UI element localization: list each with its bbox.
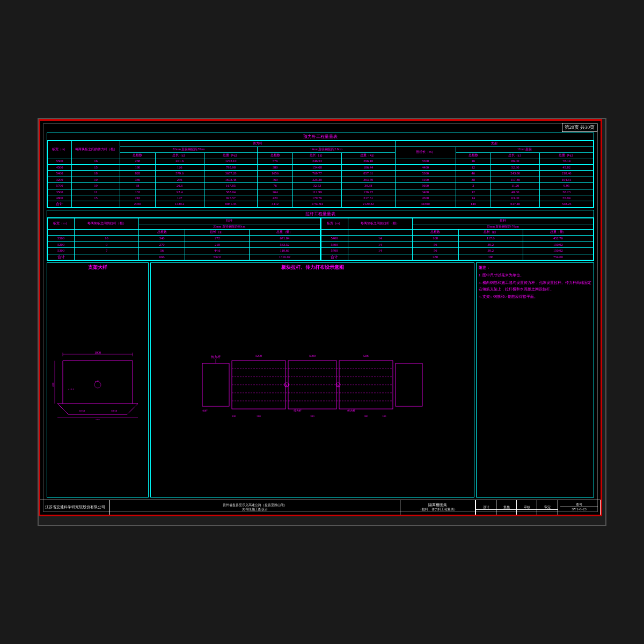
th-total-roots-3: 总根数: [456, 152, 491, 158]
table2b-cell: 168: [412, 236, 458, 241]
check-label: 复核: [496, 506, 516, 510]
table1-cell: 576: [258, 158, 293, 164]
svg-text:413.3: 413.3: [68, 388, 75, 391]
table1-cell: 3100: [395, 177, 456, 182]
table2b-cell: 39.2: [458, 241, 523, 247]
table1-row: 5700193826.6167.857632.5330.385600211.20…: [48, 183, 594, 189]
table1-cell: 55.94: [540, 195, 594, 201]
svg-text:5200: 5200: [363, 354, 369, 357]
table1-cell: 927.57: [204, 195, 258, 201]
project-name: 贵州省盘县至乐义高速公路（盘县至胜山段）: [223, 503, 287, 508]
t2-th-roots: 总根数: [139, 230, 185, 236]
table1-cell: 3400: [395, 189, 456, 195]
table1-cell: 5600: [395, 183, 456, 189]
svg-text:100: 100: [382, 415, 386, 418]
phase-name: 先导段施工图设计: [223, 508, 287, 512]
table1-cell: 828: [120, 171, 156, 177]
table1-cell: 76: [258, 183, 293, 189]
table1-cell: 5400: [48, 171, 72, 177]
table2-row: 合计666532.61316.02: [48, 254, 320, 260]
table1-cell: 32.53: [292, 183, 341, 189]
t3-th-len: 总长（g）: [458, 230, 523, 236]
plate-svg: 传力杆 5200 5000 5200: [200, 347, 425, 422]
table1-cell: 4112: [258, 201, 293, 207]
table1-cell: 38: [456, 177, 491, 182]
col-plate-width: 板宽（m）: [48, 141, 72, 158]
table1-cell: 4500: [48, 164, 72, 170]
table1-cell: 266: [155, 177, 204, 182]
project-info: 贵州省盘县至乐义高速公路（盘县至胜山段） 先导段施工图设计: [110, 500, 400, 515]
table1-cell: 14: [456, 195, 491, 201]
table2-cell: 533.52: [250, 241, 320, 247]
table1-cell: 380: [120, 177, 156, 182]
table2-cell: 7: [75, 248, 139, 254]
table2b-cell: 754.60: [523, 254, 593, 260]
table1-cell: 217.51: [341, 195, 395, 201]
table2-section: 拉杆工程量量表 板宽（m） 每两块板之间的拉杆（根） 拉杆: [47, 210, 594, 261]
table2-cell: 9: [75, 241, 139, 247]
svg-text:300: 300: [364, 415, 368, 418]
table1-cell: 86.00: [491, 158, 540, 164]
table2-row: 52009270218533.52: [48, 241, 320, 247]
table1-cell: 38: [120, 183, 156, 189]
bracket-svg: 1000 414 413.3 φ12 50 50 50 50: [52, 350, 143, 420]
table1-cell: 5500: [395, 158, 456, 164]
svg-text:传力杆: 传力杆: [294, 409, 302, 412]
page-indicator: 第20页 共30页: [562, 123, 597, 132]
table1-cell: 3657.28: [204, 171, 258, 177]
table2b-cell: 56: [412, 248, 458, 254]
table1-cell: 296.10: [341, 158, 395, 164]
table2-cell: 666: [139, 254, 185, 260]
col-pipe-len: 管径长（m）: [395, 147, 456, 158]
t2-col-width: 板宽（m）: [48, 218, 75, 230]
t3-group-25mm: 拉杆: [412, 218, 594, 224]
review-label: 审核: [517, 506, 537, 510]
table1-cell: 218.40: [540, 171, 594, 177]
t3-col-count: 每两块板之间的拉杆（根）: [348, 218, 412, 230]
table1-cell: 8081.35: [204, 201, 258, 207]
title-bar: 江苏省交通科学研究院股份有限公司 贵州省盘县至乐义高速公路（盘县至胜山段） 先导…: [40, 500, 601, 515]
notes-title: 附注：: [479, 265, 591, 271]
drawing-name: 隔离栅图集: [419, 503, 457, 507]
table1-cell: 2056: [120, 201, 156, 207]
table2b-cell: 452.76: [523, 236, 593, 241]
table1-cell: 1759.94: [292, 201, 341, 207]
table1-cell: 5500: [48, 158, 72, 164]
table2-cell: 10: [75, 236, 139, 241]
table1-cell: 117.80: [491, 177, 540, 182]
table1-cell: 420: [258, 195, 293, 201]
table1-cell: 31800: [395, 201, 456, 207]
svg-text:300: 300: [310, 415, 314, 418]
table1-cell: 104.61: [540, 177, 594, 182]
table1-row: 550016288201.61272.10576246.53296.105500…: [48, 158, 594, 164]
table1-cell: 288: [120, 158, 156, 164]
doc-number-cell: 图号 SY1-8-23: [558, 500, 601, 515]
table2-cell: 56: [139, 248, 185, 254]
t2-group-20mm: 拉杆: [139, 218, 320, 224]
subgroup-32mm: 32mm 直径钢筋距70cm: [120, 147, 258, 152]
drawing-name-cell: 隔离栅图集 （拉杆、传力杆工程量表）: [400, 500, 475, 515]
table1: 板宽（m） 每两块板之间的传力杆（根） 传力杆 支架 32mm 直径钢筋距70c…: [47, 141, 594, 208]
table2b-cell: 117.6: [458, 236, 523, 241]
design-label: 设计: [476, 506, 496, 510]
table1-cell: 264: [258, 189, 293, 195]
table1-cell: 136.72: [341, 189, 395, 195]
table1-cell: 210: [120, 195, 156, 201]
table1-cell: 325.28: [292, 177, 341, 182]
plate-diagram: 板块拉杆、传力杆布设示意图 传力杆 5200 5000: [150, 262, 474, 497]
table1-cell: 16: [72, 158, 120, 164]
t2-th-wt: 总重（量）: [250, 230, 320, 236]
table2-row: 530075644.6110.66: [48, 248, 320, 254]
table1-cell: 46: [456, 171, 491, 177]
svg-text:5200: 5200: [255, 354, 262, 357]
table2b-cell: 39.2: [458, 248, 523, 254]
table2b-row: 合计280196754.60: [321, 254, 594, 260]
table1-cell: 179.76: [292, 195, 341, 201]
t3-col-width: 板宽（m）: [321, 218, 348, 230]
table1-cell: 16: [456, 158, 491, 164]
th-total-len-3: 总长（g）: [491, 152, 540, 158]
table1-cell: 147: [155, 195, 204, 201]
table1-cell: 18: [72, 171, 120, 177]
table1-cell: 795.08: [204, 164, 258, 170]
table1-cell: 52.80: [491, 164, 540, 170]
